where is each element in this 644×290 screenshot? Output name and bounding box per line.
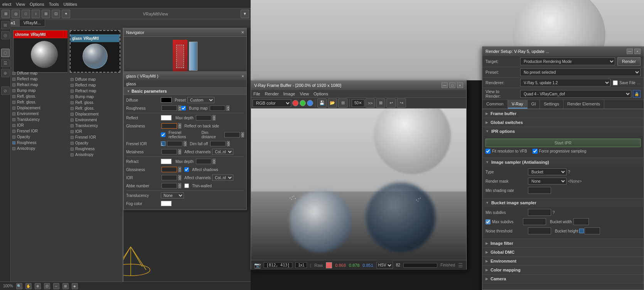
ior-down[interactable]: ▼ [178,178,181,180]
rs-section-ipr-header[interactable]: ▼ IPR options [482,127,644,136]
metalness-down[interactable]: ▼ [178,152,181,154]
chrome-map-translucency[interactable]: Translucency [11,117,78,122]
vfb-menu-image[interactable]: Image [283,92,295,96]
status-btn-5[interactable]: ↔ [53,283,59,289]
rs-section-gd-header[interactable]: ▶ Global DMC [482,248,644,256]
vfb-menu-render[interactable]: Render [265,92,279,96]
tab-vray-mtl[interactable]: VRayM... [20,19,45,26]
status-btn-6[interactable]: ⊞ [62,283,69,289]
vfb-redo-btn[interactable]: ↪ [397,98,406,108]
ior-input[interactable]: 1,6 [162,175,177,180]
ior-up[interactable]: ▲ [178,175,181,178]
vfb-status-icon[interactable]: 📷 [254,262,261,268]
side-icon-6[interactable]: ⊘ [1,86,10,95]
rs-tab-settings[interactable]: Settings [540,100,563,109]
abbe-input[interactable]: 50,0 [162,183,177,188]
zoom-btn[interactable]: 🔍 [16,283,22,289]
status-btn-7[interactable]: ◈ [72,283,78,289]
vfb-color-mode-select[interactable]: HSV [376,262,393,269]
roughness-input[interactable]: 0,0 [162,105,177,111]
fog-color-swatch[interactable] [161,201,172,206]
refract-gloss-down[interactable]: ▼ [178,170,181,172]
affect-shadows-checkbox[interactable] [184,167,189,172]
rs-max-subdivs-checkbox[interactable] [486,219,491,224]
diffuse-swatch[interactable] [161,97,172,103]
rs-type-dropdown[interactable]: Bucket [528,168,566,175]
dim-falloff-down[interactable]: ▼ [227,144,230,146]
rs-min-shading-input[interactable]: 6 [528,187,551,194]
rs-render-mask-dropdown[interactable]: None [528,178,566,185]
rs-section-if-header[interactable]: ▶ Image filter [482,239,644,248]
fresnel-ior-down[interactable]: ▼ [184,144,187,146]
rs-section-gs-header[interactable]: ▶ Global switches [482,118,644,127]
vfb-menu-options[interactable]: Options [314,92,328,96]
abbe-up[interactable]: ▲ [178,183,181,186]
roughness-up[interactable]: ▲ [178,105,181,108]
rs-view-dropdown[interactable]: Quad 4 - VRayCam_dof [520,90,631,98]
chrome-map-anisotropy[interactable]: Anisotropy [11,146,78,151]
menu-utilities[interactable]: Utilities [64,2,77,7]
rs-fit-resolution-checkbox[interactable] [486,149,491,154]
abbe-down[interactable]: ▼ [178,186,181,188]
refract-max-depth-input[interactable]: 8 [196,159,211,164]
side-icon-3[interactable]: ⬡ [1,49,10,57]
refract-gloss-up[interactable]: ▲ [178,167,181,170]
map-anisotropy[interactable]: Anisotropy [69,152,121,158]
rs-view-lock[interactable]: 🔒 [633,90,641,98]
dim-dist-up[interactable]: ▲ [241,132,244,135]
chrome-map-bump[interactable]: Bump map [11,88,78,93]
roughness-down[interactable]: ▼ [178,108,181,111]
dim-falloff-input[interactable]: 0,0 [210,141,226,146]
max-depth-down[interactable]: ▼ [212,118,216,120]
rs-bucket-height-lock[interactable] [579,229,584,233]
basic-params-header[interactable]: ▼ Basic parameters [124,88,246,95]
fresnel-ior-lock[interactable]: L [161,141,165,146]
rs-bucket-width-input[interactable]: 48,0 [573,218,589,225]
rs-force-progressive-checkbox[interactable] [533,149,538,154]
vfb-menu-view[interactable]: View [300,92,309,96]
rs-save-file-dots[interactable]: ... [637,80,641,85]
max-depth-input[interactable]: 8 [196,115,211,120]
chrome-map-refr-gloss[interactable]: Refr. gloss. [11,99,78,105]
side-icon-2[interactable]: ◎ [1,31,10,39]
chrome-map-environment[interactable]: Environment [11,111,78,117]
bump-down[interactable]: ▼ [226,108,229,111]
rs-min-subdivs-input[interactable]: 1 [528,209,551,216]
chrome-map-ior[interactable]: IOR [11,122,78,128]
rs-target-dropdown[interactable]: Production Rendering Mode [520,58,615,65]
bump-up[interactable]: ▲ [226,105,229,108]
chrome-map-refl-gloss[interactable]: Refl. gloss. [11,93,78,99]
toolbar-btn-2[interactable]: ◎ [12,10,20,18]
chrome-map-displacement[interactable]: Displacement [11,105,78,111]
vfb-channel-select[interactable]: RGB color [253,99,291,107]
preset-dropdown[interactable]: Custom [187,97,214,103]
dim-falloff-up[interactable]: ▲ [227,141,230,144]
rs-tab-render-elements[interactable]: Render Elements [563,100,604,109]
chrome-map-fresnel[interactable]: Fresnel IOR [11,128,78,134]
color-blue-btn[interactable] [307,100,313,106]
vfb-save-btn[interactable]: 💾 [317,98,327,108]
status-btn-3[interactable]: ⊕ [35,283,41,289]
vfb-color-r-btn[interactable] [326,262,332,268]
toolbar-btn-3[interactable]: □ [22,10,30,18]
fresnel-checkbox[interactable] [161,132,165,137]
bump-map-input[interactable]: 30,0 [210,105,225,111]
rs-bucket-height-input[interactable]: 48,0 [585,227,600,234]
rs-render-button[interactable]: Render [617,57,641,66]
rs-section-frame-buffer-header[interactable]: ▶ Frame buffer [482,109,644,118]
toolbar-dropdown[interactable]: ▼ [241,10,249,18]
chrome-map-opacity[interactable]: Opacity [11,134,78,140]
vfb-arrows-btn[interactable]: >> [366,98,375,108]
vfb-compare-btn[interactable]: ⊠ [376,98,385,108]
side-icon-1[interactable]: ⊞ [1,21,10,29]
rs-save-file-checkbox[interactable] [613,80,618,85]
max-depth-up[interactable]: ▲ [212,115,216,118]
vfb-canvas[interactable] [251,109,466,260]
bump-map-checkbox[interactable] [181,106,186,110]
rs-minimize[interactable]: — [627,49,633,54]
pan-btn[interactable]: ✋ [25,283,32,289]
menu-elect[interactable]: elect [2,2,11,7]
chrome-map-diffuse[interactable]: Diffuse map [11,70,78,76]
metalness-input[interactable]: 0,0 [162,149,177,154]
rs-section-cam-header[interactable]: ▶ Camera [482,275,644,283]
